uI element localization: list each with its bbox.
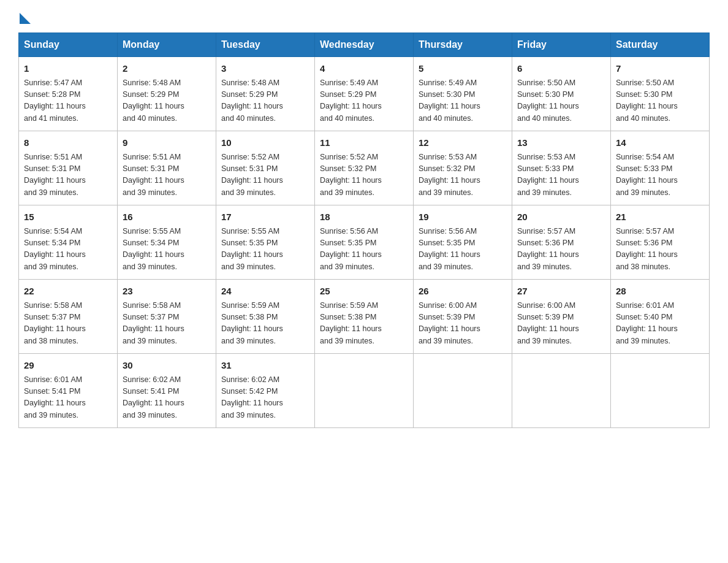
day-number: 2 — [123, 62, 211, 76]
page-header — [18, 12, 710, 21]
calendar-cell: 10 Sunrise: 5:52 AMSunset: 5:31 PMDaylig… — [216, 131, 315, 205]
day-info: Sunrise: 5:57 AMSunset: 5:36 PMDaylight:… — [517, 226, 605, 274]
day-number: 5 — [419, 62, 507, 76]
calendar-cell: 9 Sunrise: 5:51 AMSunset: 5:31 PMDayligh… — [118, 131, 216, 205]
logo — [18, 12, 31, 21]
calendar-cell: 27 Sunrise: 6:00 AMSunset: 5:39 PMDaylig… — [512, 280, 611, 354]
day-number: 8 — [24, 136, 112, 150]
day-info: Sunrise: 5:57 AMSunset: 5:36 PMDaylight:… — [616, 226, 704, 274]
day-info: Sunrise: 5:58 AMSunset: 5:37 PMDaylight:… — [123, 300, 211, 348]
calendar-week-row: 29 Sunrise: 6:01 AMSunset: 5:41 PMDaylig… — [19, 354, 710, 428]
day-number: 21 — [616, 210, 704, 224]
calendar-cell: 24 Sunrise: 5:59 AMSunset: 5:38 PMDaylig… — [216, 280, 315, 354]
day-number: 31 — [221, 359, 309, 373]
day-info: Sunrise: 5:49 AMSunset: 5:30 PMDaylight:… — [419, 77, 507, 125]
day-number: 22 — [24, 285, 112, 299]
day-number: 30 — [123, 359, 211, 373]
day-info: Sunrise: 5:52 AMSunset: 5:31 PMDaylight:… — [221, 151, 309, 199]
day-number: 28 — [616, 285, 704, 299]
calendar-cell — [315, 354, 414, 428]
day-info: Sunrise: 6:02 AMSunset: 5:42 PMDaylight:… — [221, 374, 309, 422]
calendar-cell: 14 Sunrise: 5:54 AMSunset: 5:33 PMDaylig… — [611, 131, 710, 205]
day-number: 1 — [24, 62, 112, 76]
day-info: Sunrise: 5:59 AMSunset: 5:38 PMDaylight:… — [221, 300, 309, 348]
day-info: Sunrise: 5:48 AMSunset: 5:29 PMDaylight:… — [221, 77, 309, 125]
day-info: Sunrise: 5:55 AMSunset: 5:34 PMDaylight:… — [123, 226, 211, 274]
day-of-week-header: Saturday — [611, 33, 710, 57]
calendar-cell: 1 Sunrise: 5:47 AMSunset: 5:28 PMDayligh… — [19, 57, 118, 131]
day-info: Sunrise: 6:01 AMSunset: 5:40 PMDaylight:… — [616, 300, 704, 348]
day-info: Sunrise: 5:56 AMSunset: 5:35 PMDaylight:… — [320, 226, 408, 274]
day-number: 20 — [517, 210, 605, 224]
day-info: Sunrise: 6:00 AMSunset: 5:39 PMDaylight:… — [419, 300, 507, 348]
calendar-cell: 12 Sunrise: 5:53 AMSunset: 5:32 PMDaylig… — [414, 131, 512, 205]
calendar-cell: 28 Sunrise: 6:01 AMSunset: 5:40 PMDaylig… — [611, 280, 710, 354]
calendar-cell — [611, 354, 710, 428]
day-info: Sunrise: 6:02 AMSunset: 5:41 PMDaylight:… — [123, 374, 211, 422]
day-of-week-header: Wednesday — [315, 33, 414, 57]
calendar-cell: 23 Sunrise: 5:58 AMSunset: 5:37 PMDaylig… — [118, 280, 216, 354]
day-info: Sunrise: 5:52 AMSunset: 5:32 PMDaylight:… — [320, 151, 408, 199]
calendar-week-row: 1 Sunrise: 5:47 AMSunset: 5:28 PMDayligh… — [19, 57, 710, 131]
day-number: 23 — [123, 285, 211, 299]
day-info: Sunrise: 5:55 AMSunset: 5:35 PMDaylight:… — [221, 226, 309, 274]
calendar-cell: 26 Sunrise: 6:00 AMSunset: 5:39 PMDaylig… — [414, 280, 512, 354]
calendar-cell: 2 Sunrise: 5:48 AMSunset: 5:29 PMDayligh… — [118, 57, 216, 131]
calendar-cell: 6 Sunrise: 5:50 AMSunset: 5:30 PMDayligh… — [512, 57, 611, 131]
calendar-cell: 16 Sunrise: 5:55 AMSunset: 5:34 PMDaylig… — [118, 205, 216, 280]
day-number: 25 — [320, 285, 408, 299]
day-number: 12 — [419, 136, 507, 150]
day-number: 3 — [221, 62, 309, 76]
calendar-cell: 17 Sunrise: 5:55 AMSunset: 5:35 PMDaylig… — [216, 205, 315, 280]
day-info: Sunrise: 5:53 AMSunset: 5:32 PMDaylight:… — [419, 151, 507, 199]
calendar-table: SundayMondayTuesdayWednesdayThursdayFrid… — [18, 33, 710, 428]
day-number: 6 — [517, 62, 605, 76]
day-info: Sunrise: 5:58 AMSunset: 5:37 PMDaylight:… — [24, 300, 112, 348]
day-of-week-header: Thursday — [414, 33, 512, 57]
day-number: 24 — [221, 285, 309, 299]
day-info: Sunrise: 5:50 AMSunset: 5:30 PMDaylight:… — [616, 77, 704, 125]
day-info: Sunrise: 5:51 AMSunset: 5:31 PMDaylight:… — [24, 151, 112, 199]
day-info: Sunrise: 5:53 AMSunset: 5:33 PMDaylight:… — [517, 151, 605, 199]
day-number: 27 — [517, 285, 605, 299]
calendar-cell: 31 Sunrise: 6:02 AMSunset: 5:42 PMDaylig… — [216, 354, 315, 428]
day-info: Sunrise: 5:48 AMSunset: 5:29 PMDaylight:… — [123, 77, 211, 125]
day-number: 18 — [320, 210, 408, 224]
calendar-cell: 18 Sunrise: 5:56 AMSunset: 5:35 PMDaylig… — [315, 205, 414, 280]
calendar-cell: 20 Sunrise: 5:57 AMSunset: 5:36 PMDaylig… — [512, 205, 611, 280]
calendar-header-row: SundayMondayTuesdayWednesdayThursdayFrid… — [19, 33, 710, 57]
calendar-cell: 21 Sunrise: 5:57 AMSunset: 5:36 PMDaylig… — [611, 205, 710, 280]
calendar-cell: 5 Sunrise: 5:49 AMSunset: 5:30 PMDayligh… — [414, 57, 512, 131]
calendar-cell: 8 Sunrise: 5:51 AMSunset: 5:31 PMDayligh… — [19, 131, 118, 205]
day-number: 13 — [517, 136, 605, 150]
day-number: 14 — [616, 136, 704, 150]
day-info: Sunrise: 5:50 AMSunset: 5:30 PMDaylight:… — [517, 77, 605, 125]
calendar-week-row: 8 Sunrise: 5:51 AMSunset: 5:31 PMDayligh… — [19, 131, 710, 205]
day-number: 16 — [123, 210, 211, 224]
day-info: Sunrise: 6:01 AMSunset: 5:41 PMDaylight:… — [24, 374, 112, 422]
calendar-cell: 15 Sunrise: 5:54 AMSunset: 5:34 PMDaylig… — [19, 205, 118, 280]
day-info: Sunrise: 5:59 AMSunset: 5:38 PMDaylight:… — [320, 300, 408, 348]
calendar-cell: 29 Sunrise: 6:01 AMSunset: 5:41 PMDaylig… — [19, 354, 118, 428]
day-info: Sunrise: 5:54 AMSunset: 5:34 PMDaylight:… — [24, 226, 112, 274]
day-of-week-header: Monday — [118, 33, 216, 57]
calendar-cell — [512, 354, 611, 428]
calendar-cell: 3 Sunrise: 5:48 AMSunset: 5:29 PMDayligh… — [216, 57, 315, 131]
calendar-week-row: 15 Sunrise: 5:54 AMSunset: 5:34 PMDaylig… — [19, 205, 710, 280]
calendar-cell: 13 Sunrise: 5:53 AMSunset: 5:33 PMDaylig… — [512, 131, 611, 205]
calendar-cell: 4 Sunrise: 5:49 AMSunset: 5:29 PMDayligh… — [315, 57, 414, 131]
calendar-cell — [414, 354, 512, 428]
calendar-cell: 19 Sunrise: 5:56 AMSunset: 5:35 PMDaylig… — [414, 205, 512, 280]
calendar-cell: 25 Sunrise: 5:59 AMSunset: 5:38 PMDaylig… — [315, 280, 414, 354]
day-number: 26 — [419, 285, 507, 299]
day-number: 4 — [320, 62, 408, 76]
day-number: 10 — [221, 136, 309, 150]
day-number: 29 — [24, 359, 112, 373]
calendar-week-row: 22 Sunrise: 5:58 AMSunset: 5:37 PMDaylig… — [19, 280, 710, 354]
day-number: 7 — [616, 62, 704, 76]
day-info: Sunrise: 5:51 AMSunset: 5:31 PMDaylight:… — [123, 151, 211, 199]
day-info: Sunrise: 5:47 AMSunset: 5:28 PMDaylight:… — [24, 77, 112, 125]
calendar-cell: 30 Sunrise: 6:02 AMSunset: 5:41 PMDaylig… — [118, 354, 216, 428]
day-info: Sunrise: 5:56 AMSunset: 5:35 PMDaylight:… — [419, 226, 507, 274]
day-of-week-header: Sunday — [19, 33, 118, 57]
